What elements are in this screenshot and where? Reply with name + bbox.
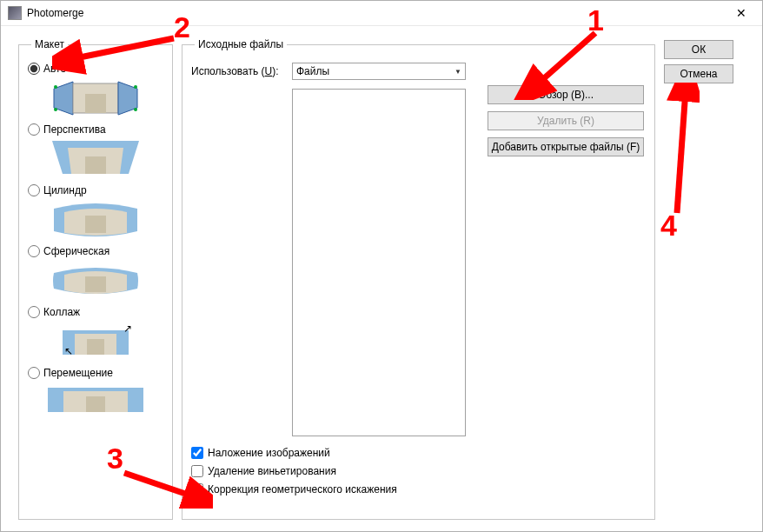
dialog-content: Макет Авто Перспектива (1, 26, 762, 532)
thumb-reposition-wrap (28, 384, 163, 416)
window-close-button[interactable]: ✕ (722, 1, 760, 25)
layout-thumb-perspective-icon (52, 141, 139, 177)
layout-reposition-radio[interactable] (28, 367, 40, 379)
blend-checkbox[interactable] (191, 447, 203, 459)
svg-rect-16 (87, 339, 104, 355)
vignette-checkbox[interactable] (191, 465, 203, 477)
layout-perspective-label: Перспектива (43, 123, 106, 136)
svg-rect-12 (85, 216, 106, 233)
thumb-perspective-wrap (28, 141, 163, 177)
layout-collage-label: Коллаж (43, 306, 80, 318)
geometric-label: Коррекция геометрического искажения (208, 483, 397, 495)
blend-check-row[interactable]: Наложение изображений (191, 447, 646, 459)
layout-thumb-collage-icon: ↖ ↗ (52, 323, 139, 360)
source-fieldset: Исходные файлы Использовать (U): Файлы О… (182, 38, 655, 520)
use-row: Использовать (U): Файлы (191, 63, 646, 80)
vignette-check-row[interactable]: Удаление виньетирования (191, 465, 646, 477)
layout-legend: Макет (31, 38, 68, 50)
thumb-cylinder-wrap (28, 202, 163, 238)
dialog-buttons: ОК Отмена (664, 40, 733, 520)
layout-spherical-radio[interactable] (28, 245, 40, 257)
layout-cylinder-row[interactable]: Цилиндр (28, 184, 163, 196)
layout-thumb-reposition-icon (48, 384, 143, 416)
layout-cylinder-radio[interactable] (28, 184, 40, 196)
thumb-auto-wrap (28, 80, 163, 116)
layout-reposition-row[interactable]: Перемещение (28, 367, 163, 379)
layout-reposition-label: Перемещение (43, 367, 113, 379)
browse-button[interactable]: Обзор (B)... (488, 85, 644, 104)
layout-auto-row[interactable]: Авто (28, 63, 163, 75)
layout-thumb-cylinder-icon (52, 202, 139, 238)
cancel-button[interactable]: Отмена (664, 64, 733, 83)
layout-perspective-row[interactable]: Перспектива (28, 123, 163, 136)
window-title: Photomerge (27, 7, 722, 19)
svg-text:↗: ↗ (123, 323, 132, 335)
vignette-label: Удаление виньетирования (208, 465, 336, 477)
titlebar: Photomerge ✕ (1, 1, 762, 26)
layout-collage-radio[interactable] (28, 306, 40, 318)
checks-group: Наложение изображений Удаление виньетиро… (191, 447, 646, 495)
layout-spherical-row[interactable]: Сферическая (28, 245, 163, 257)
svg-text:↖: ↖ (64, 345, 73, 357)
use-select[interactable]: Файлы (292, 63, 466, 80)
svg-rect-21 (86, 396, 105, 412)
layout-thumb-spherical-icon (52, 263, 139, 299)
layout-auto-label: Авто (43, 63, 66, 75)
file-actions-panel: Обзор (B)... Удалить (R) Добавить открыт… (488, 85, 644, 156)
svg-point-6 (134, 85, 137, 89)
svg-point-5 (54, 108, 57, 111)
layout-fieldset: Макет Авто Перспектива (18, 38, 173, 520)
ok-button[interactable]: ОК (664, 40, 733, 59)
use-label: Использовать (U): (191, 65, 287, 77)
thumb-collage-wrap: ↖ ↗ (28, 323, 163, 360)
remove-button[interactable]: Удалить (R) (488, 111, 644, 130)
geometric-checkbox[interactable] (191, 483, 203, 495)
svg-point-4 (54, 85, 57, 89)
svg-rect-13 (85, 276, 106, 292)
svg-rect-8 (85, 94, 106, 113)
layout-auto-radio[interactable] (28, 63, 40, 75)
svg-rect-11 (85, 156, 106, 174)
add-open-files-button[interactable]: Добавить открытые файлы (F) (488, 137, 644, 156)
file-list[interactable] (292, 89, 466, 436)
svg-point-7 (134, 108, 137, 111)
layout-perspective-radio[interactable] (28, 123, 40, 136)
geometric-check-row[interactable]: Коррекция геометрического искажения (191, 483, 646, 495)
layout-thumb-auto-icon (52, 80, 139, 116)
layout-spherical-label: Сферическая (43, 245, 109, 257)
thumb-spherical-wrap (28, 263, 163, 299)
photomerge-dialog: Photomerge ✕ Макет Авто (0, 0, 763, 532)
blend-label: Наложение изображений (208, 447, 330, 459)
source-legend: Исходные файлы (195, 38, 287, 50)
photoshop-app-icon (8, 6, 22, 20)
layout-cylinder-label: Цилиндр (43, 184, 87, 196)
layout-collage-row[interactable]: Коллаж (28, 306, 163, 318)
use-select-value: Файлы (296, 65, 329, 77)
